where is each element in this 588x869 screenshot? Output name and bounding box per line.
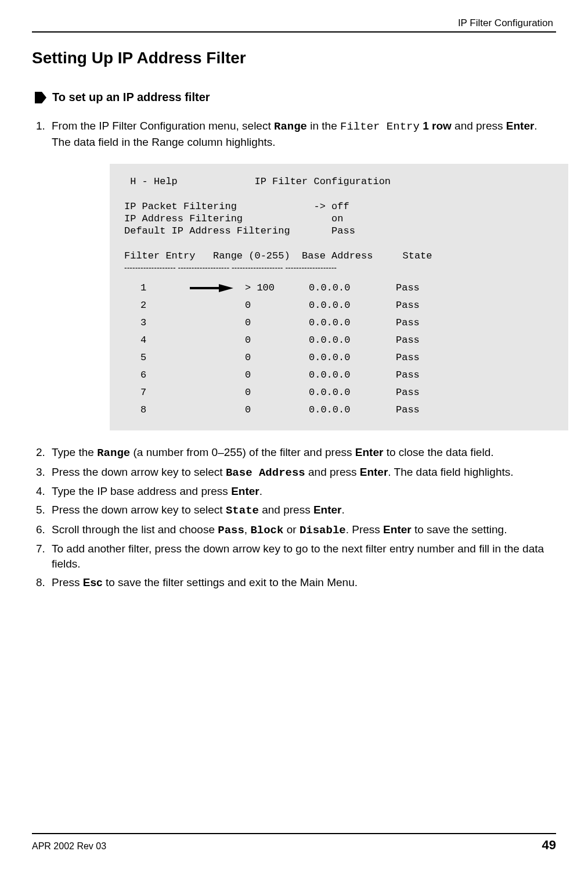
table-row: 1> 1000.0.0.0Pass — [124, 279, 554, 297]
table-row: 8 00.0.0.0Pass — [124, 401, 554, 419]
cell-range: 0 — [245, 404, 309, 416]
running-header: IP Filter Configuration — [32, 17, 556, 29]
cell-state: Pass — [396, 369, 454, 381]
step-3: Press the down arrow key to select Base … — [48, 465, 556, 481]
footer-left: APR 2002 Rev 03 — [32, 841, 106, 852]
footer-rule — [32, 833, 556, 834]
step-4: Type the IP base address and press Enter… — [48, 484, 556, 499]
cell-range: 0 — [245, 351, 309, 364]
cell-entry: 1 — [124, 282, 190, 294]
cell-entry: 3 — [124, 317, 190, 329]
cell-state: Pass — [396, 317, 454, 329]
steps-list: From the IP Filter Configuration menu, s… — [32, 119, 556, 590]
page-footer: APR 2002 Rev 03 49 — [32, 833, 556, 853]
cell-base-address: 0.0.0.0 — [309, 404, 396, 416]
table-row: 6 00.0.0.0Pass — [124, 367, 554, 384]
table-row: 3 00.0.0.0Pass — [124, 314, 554, 332]
step-2: Type the Range (a number from 0–255) of … — [48, 445, 556, 461]
cell-base-address: 0.0.0.0 — [309, 369, 396, 381]
pointer-arrow-icon — [190, 284, 245, 292]
cell-range: 0 — [245, 334, 309, 346]
svg-rect-1 — [190, 287, 219, 289]
terminal-line-default-filtering: Default IP Address Filtering Pass — [124, 225, 554, 237]
terminal-line-packet-filtering: IP Packet Filtering -> off — [124, 200, 554, 213]
page-number: 49 — [542, 838, 556, 853]
cell-range: 0 — [245, 386, 309, 398]
step-7: To add another filter, press the down ar… — [48, 541, 556, 571]
step-5: Press the down arrow key to select State… — [48, 502, 556, 519]
cell-state: Pass — [396, 386, 454, 398]
cell-range: 0 — [245, 369, 309, 381]
table-row: 7 00.0.0.0Pass — [124, 384, 554, 401]
cell-base-address: 0.0.0.0 — [309, 386, 396, 398]
cell-state: Pass — [396, 334, 454, 346]
procedure-pentagon-icon — [35, 92, 46, 103]
table-row: 4 00.0.0.0Pass — [124, 332, 554, 349]
cell-state: Pass — [396, 404, 454, 416]
cell-entry: 5 — [124, 351, 190, 364]
cell-entry: 2 — [124, 299, 190, 311]
cell-entry: 8 — [124, 404, 190, 416]
cell-base-address: 0.0.0.0 — [309, 282, 396, 294]
step-6: Scroll through the list and choose Pass,… — [48, 522, 556, 538]
cell-range: 0 — [245, 299, 309, 311]
cell-entry: 4 — [124, 334, 190, 346]
cell-entry: 6 — [124, 369, 190, 381]
svg-marker-0 — [35, 92, 46, 103]
table-row: 2 00.0.0.0Pass — [124, 297, 554, 314]
cell-range: > 100 — [245, 282, 309, 294]
cell-state: Pass — [396, 351, 454, 364]
cell-state: Pass — [396, 282, 454, 294]
step-8: Press Esc to save the filter settings an… — [48, 575, 556, 590]
cell-base-address: 0.0.0.0 — [309, 351, 396, 364]
procedure-title: To set up an IP address filter — [52, 91, 210, 104]
step-1: From the IP Filter Configuration menu, s… — [48, 119, 556, 430]
cell-base-address: 0.0.0.0 — [309, 299, 396, 311]
terminal-line-help: H - Help IP Filter Configuration — [124, 175, 554, 188]
procedure-heading: To set up an IP address filter — [35, 91, 556, 104]
terminal-screenshot: H - Help IP Filter Configuration IP Pack… — [110, 164, 568, 430]
cell-entry: 7 — [124, 386, 190, 398]
table-row: 5 00.0.0.0Pass — [124, 349, 554, 367]
section-title: Setting Up IP Address Filter — [32, 49, 556, 67]
terminal-line-address-filtering: IP Address Filtering on — [124, 213, 554, 225]
cell-base-address: 0.0.0.0 — [309, 317, 396, 329]
svg-marker-2 — [219, 284, 233, 292]
terminal-divider: ------------------- ------------------- … — [124, 262, 554, 275]
header-rule — [32, 31, 556, 33]
cell-range: 0 — [245, 317, 309, 329]
terminal-table-header: Filter Entry Range (0-255) Base Address … — [124, 250, 554, 262]
cell-state: Pass — [396, 299, 454, 311]
cell-base-address: 0.0.0.0 — [309, 334, 396, 346]
